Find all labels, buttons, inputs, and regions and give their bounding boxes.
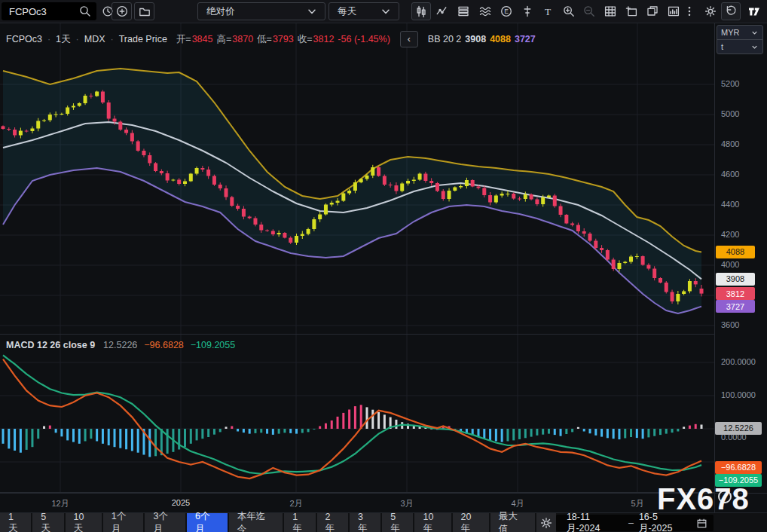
open-value: 3845 xyxy=(192,34,213,44)
low-value: 3793 xyxy=(273,34,294,44)
settings-button[interactable] xyxy=(701,2,720,20)
candlestick-button[interactable] xyxy=(411,2,431,20)
date-range-selector[interactable]: 18-11月-2024 – 16-5月-2025 xyxy=(556,515,714,531)
folder-icon xyxy=(138,5,151,18)
price-tick-label: 4400 xyxy=(721,200,739,209)
price-tick-label: 4200 xyxy=(721,230,739,239)
panel-divider[interactable] xyxy=(0,334,714,335)
interval-dropdown[interactable]: 每天 xyxy=(328,2,399,20)
time-axis-label: 12月 xyxy=(44,498,77,509)
range-button-10天[interactable]: 10天 xyxy=(66,513,102,532)
price-tick-label: 3600 xyxy=(721,320,739,329)
macd-indicator-panel[interactable] xyxy=(0,335,714,492)
price-tick-label: 4800 xyxy=(721,139,739,148)
macd-badge: −96.6828 xyxy=(715,461,762,474)
price-badge: 4088 xyxy=(716,246,755,258)
price-mode-dropdown[interactable]: 绝对价 xyxy=(197,2,325,20)
search-icon[interactable] xyxy=(78,5,92,18)
adjust-icon xyxy=(521,5,534,18)
range-button-5天[interactable]: 5天 xyxy=(32,513,63,532)
chevron-down-icon xyxy=(750,29,759,37)
layout-icon xyxy=(646,5,659,18)
legend-price-type: Trade Price xyxy=(119,34,167,44)
zoom-in-button[interactable] xyxy=(559,2,579,20)
open-label: 开= xyxy=(176,33,191,46)
zoom-in-icon xyxy=(562,5,576,18)
unit-selector[interactable]: t xyxy=(717,39,762,54)
range-button-10年[interactable]: 10年 xyxy=(414,513,451,532)
range-button-6个月[interactable]: 6个月 xyxy=(187,513,228,532)
bb-lower-value: 3727 xyxy=(515,34,536,44)
folder-button[interactable] xyxy=(134,2,154,20)
price-scale[interactable]: MYR t 5200500048004600440042004000360040… xyxy=(715,23,767,493)
high-value: 3870 xyxy=(232,34,253,44)
interval-label: 每天 xyxy=(338,5,356,18)
separator-dot: · xyxy=(47,34,50,44)
range-settings-button[interactable] xyxy=(536,513,556,532)
indicator-button[interactable] xyxy=(432,2,452,20)
range-button-1个月[interactable]: 1个月 xyxy=(103,513,144,532)
add-symbol-button[interactable] xyxy=(112,2,132,20)
range-button-20年[interactable]: 20年 xyxy=(453,513,489,532)
bb-legend-title[interactable]: BB 20 2 xyxy=(428,34,461,44)
price-badge: 3727 xyxy=(716,300,755,313)
close-label: 收= xyxy=(298,33,313,46)
symbol-search-input[interactable]: FCPOc3 xyxy=(2,2,96,20)
currency-unit-selector[interactable]: MYR t xyxy=(717,25,763,54)
calendar-icon[interactable] xyxy=(696,518,707,529)
price-badge: 3812 xyxy=(716,287,755,300)
separator-dot: · xyxy=(76,34,79,44)
change-value: -56 (-1.45%) xyxy=(338,34,390,44)
unit-label: t xyxy=(721,42,723,51)
range-button-1天[interactable]: 1天 xyxy=(0,513,31,532)
price-tick-label: 5000 xyxy=(721,109,739,118)
range-button-5年[interactable]: 5年 xyxy=(382,513,413,532)
undo-button[interactable] xyxy=(721,2,741,20)
waves-button[interactable] xyxy=(475,2,495,20)
settings-gear-icon xyxy=(704,5,717,18)
currency-selector[interactable]: MYR xyxy=(717,26,762,39)
main-price-chart[interactable] xyxy=(0,23,714,335)
grid-table-button[interactable] xyxy=(600,2,620,20)
svg-text:E: E xyxy=(504,8,509,15)
tradingview-chart-app: FCPOc3 绝对价 每天 ET FCPOc3 · 1天 · MDX · Tra… xyxy=(0,0,767,532)
snapshot-icon xyxy=(625,5,638,18)
range-button-本年迄今[interactable]: 本年迄今 xyxy=(229,513,283,532)
text-tool-icon: T xyxy=(541,5,555,18)
candlestick-icon xyxy=(414,5,428,18)
legend-interval[interactable]: 1天 xyxy=(56,33,70,46)
layout-button[interactable] xyxy=(643,2,662,20)
adjust-button[interactable] xyxy=(518,2,537,20)
snapshot-button[interactable] xyxy=(622,2,641,20)
range-button-1年[interactable]: 1年 xyxy=(284,513,315,532)
range-button-3个月[interactable]: 3个月 xyxy=(145,513,185,532)
economy-e-button[interactable]: E xyxy=(497,2,516,20)
text-tool-button[interactable]: T xyxy=(538,2,558,20)
macd-legend: MACD 12 26 close 9 12.5226 −96.6828 −109… xyxy=(6,340,235,350)
range-button-3年[interactable]: 3年 xyxy=(350,513,380,532)
date-range-end: 16-5月-2025 xyxy=(639,512,691,532)
date-range-separator: – xyxy=(628,518,634,528)
close-value: 3812 xyxy=(313,34,335,44)
macd-legend-title[interactable]: MACD 12 26 close 9 xyxy=(6,340,95,350)
legend-symbol[interactable]: FCPOc3 xyxy=(6,34,42,44)
zoom-out-button[interactable] xyxy=(579,2,599,20)
time-axis-label: 4月 xyxy=(501,498,534,509)
waves-icon xyxy=(478,5,492,18)
range-button-最大值[interactable]: 最大值 xyxy=(490,513,535,532)
macd-signal-value: −109.2055 xyxy=(191,340,235,350)
macd-tick-label: 200.0000 xyxy=(721,357,756,366)
macd-tick-label: 100.0000 xyxy=(721,390,756,399)
legend-exchange: MDX xyxy=(84,34,105,44)
tradingview-logo[interactable] xyxy=(744,2,764,20)
compare-layers-button[interactable] xyxy=(454,2,473,20)
compare-layers-icon xyxy=(457,5,470,18)
grid-table-icon xyxy=(604,5,617,18)
collapse-legend-button[interactable]: ‹ xyxy=(400,31,418,47)
price-tick-label: 4000 xyxy=(721,260,739,269)
more-dots-icon xyxy=(683,5,696,18)
more-menu-button[interactable] xyxy=(680,2,699,20)
range-button-2年[interactable]: 2年 xyxy=(317,513,348,532)
panel-divider[interactable] xyxy=(0,492,714,493)
time-axis-label: 5月 xyxy=(621,498,654,509)
